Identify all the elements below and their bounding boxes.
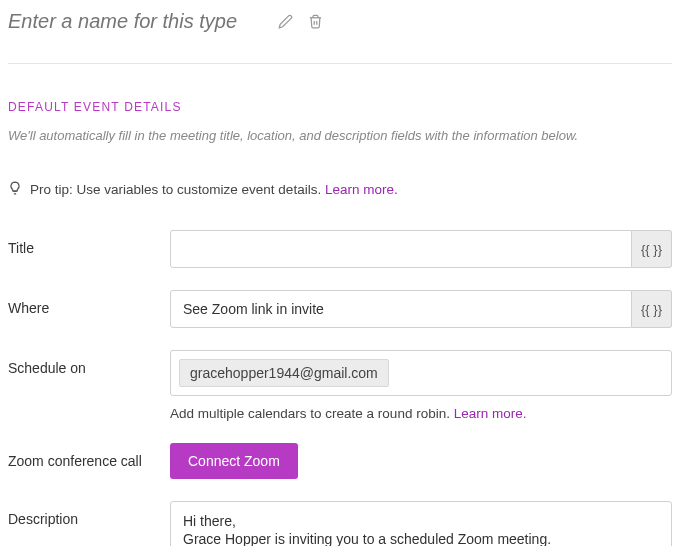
lightbulb-icon xyxy=(8,181,22,198)
zoom-label: Zoom conference call xyxy=(8,443,170,469)
title-variables-button[interactable]: {{ }} xyxy=(632,230,672,268)
section-subtext: We'll automatically fill in the meeting … xyxy=(8,128,672,143)
title-label: Title xyxy=(8,230,170,256)
connect-zoom-button[interactable]: Connect Zoom xyxy=(170,443,298,479)
schedule-on-chipbox[interactable]: gracehopper1944@gmail.com xyxy=(170,350,672,396)
calendar-chip[interactable]: gracehopper1944@gmail.com xyxy=(179,359,389,387)
section-header: DEFAULT EVENT DETAILS xyxy=(8,100,672,114)
schedule-on-helper: Add multiple calendars to create a round… xyxy=(170,406,454,421)
tip-learn-more-link[interactable]: Learn more. xyxy=(325,182,398,197)
description-label: Description xyxy=(8,501,170,527)
where-input[interactable] xyxy=(170,290,632,328)
trash-icon[interactable] xyxy=(307,14,323,30)
where-label: Where xyxy=(8,290,170,316)
title-input[interactable] xyxy=(170,230,632,268)
schedule-on-label: Schedule on xyxy=(8,350,170,376)
type-name-input[interactable] xyxy=(8,10,263,33)
edit-icon[interactable] xyxy=(277,14,293,30)
type-name-row xyxy=(8,8,672,64)
tip-text: Pro tip: Use variables to customize even… xyxy=(30,182,325,197)
tip-row: Pro tip: Use variables to customize even… xyxy=(8,181,672,198)
description-textarea[interactable] xyxy=(170,501,672,546)
where-variables-button[interactable]: {{ }} xyxy=(632,290,672,328)
schedule-on-learn-more-link[interactable]: Learn more. xyxy=(454,406,527,421)
